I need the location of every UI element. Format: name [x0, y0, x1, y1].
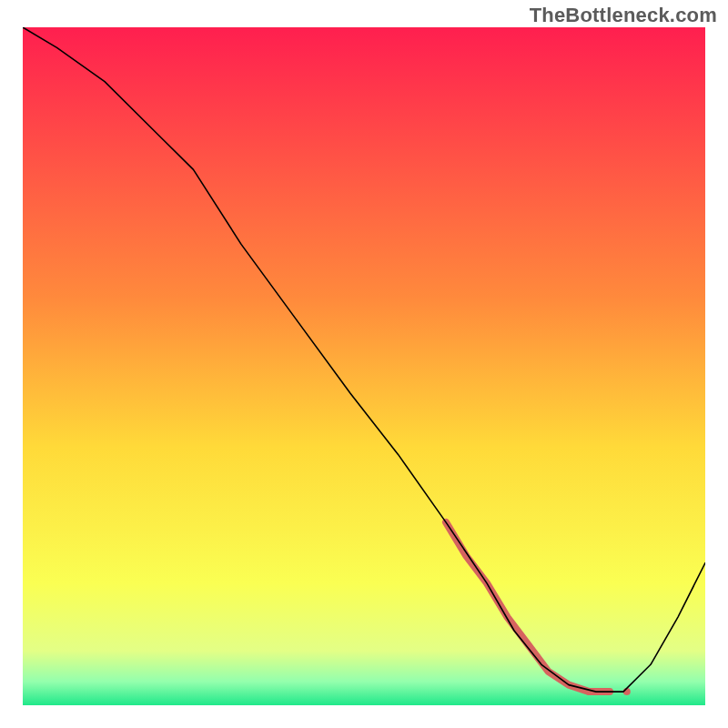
watermark-text: TheBottleneck.com — [530, 4, 717, 27]
chart-svg — [23, 27, 705, 705]
gradient-background — [23, 27, 705, 705]
plot-area — [23, 27, 705, 705]
chart-container: TheBottleneck.com — [0, 0, 728, 728]
